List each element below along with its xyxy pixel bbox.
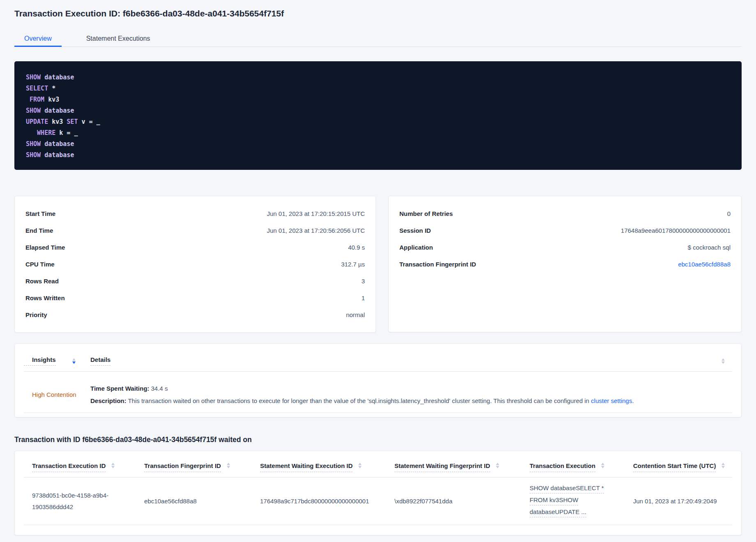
page-title: Transaction Execution ID: f6be6366-da03-… — [14, 8, 742, 19]
column-header-label: Transaction Execution ID — [32, 462, 106, 472]
rows-written-value: 1 — [362, 294, 365, 302]
transaction-fingerprint-link[interactable]: ebc10ae56cfd88a8 — [678, 260, 731, 269]
description-text: This transaction waited on other transac… — [128, 397, 591, 404]
summary-label: Transaction Fingerprint ID — [399, 260, 476, 269]
transaction-execution-link[interactable]: SHOW databaseSELECT * FROM kv3SHOW datab… — [530, 483, 617, 517]
column-header-transaction-execution[interactable]: Transaction Execution — [521, 462, 625, 472]
cluster-settings-link[interactable]: cluster settings — [591, 397, 632, 404]
rows-read-value: 3 — [362, 277, 365, 285]
sort-icon[interactable] — [358, 463, 362, 468]
summary-row: Rows Read 3 — [25, 273, 365, 290]
sort-icon[interactable] — [496, 463, 499, 468]
summary-cards-row: Start Time Jun 01, 2023 at 17:20:15:2015… — [14, 196, 742, 333]
time-spent-waiting: Time Spent Waiting: 34.4 s — [90, 384, 732, 393]
summary-row: Application $ cockroach sql — [399, 239, 731, 256]
tab-statement-executions[interactable]: Statement Executions — [76, 31, 160, 47]
transaction-fingerprint-id-cell: ebc10ae56cfd88a8 — [136, 496, 252, 507]
summary-row: Elapsed Time 40.9 s — [25, 239, 365, 256]
sort-icon[interactable] — [721, 463, 725, 468]
summary-label: Elapsed Time — [25, 243, 65, 252]
summary-row: Number of Retries 0 — [399, 205, 731, 222]
column-header-transaction-execution-id[interactable]: Transaction Execution ID — [24, 462, 136, 472]
summary-label: Application — [399, 243, 433, 252]
tab-bar: Overview Statement Executions — [14, 31, 742, 47]
column-header-transaction-fingerprint-id[interactable]: Transaction Fingerprint ID — [136, 462, 252, 472]
waited-on-table-card: Transaction Execution ID Transaction Fin… — [14, 451, 742, 535]
waited-on-heading: Transaction with ID f6be6366-da03-48de-a… — [14, 435, 742, 444]
summary-row: Priority normal — [25, 306, 365, 323]
execution-summary-card: Start Time Jun 01, 2023 at 17:20:15:2015… — [14, 196, 376, 333]
description-label: Description: — [90, 397, 127, 404]
column-header-details[interactable]: Details — [90, 356, 721, 366]
summary-row: Transaction Fingerprint ID ebc10ae56cfd8… — [399, 256, 731, 273]
contention-start-time-cell: Jun 01, 2023 at 17:20:49:2049 — [625, 496, 732, 507]
summary-label: Rows Written — [25, 294, 65, 302]
insight-type-badge: High Contention — [24, 391, 90, 398]
statement-waiting-fingerprint-id-cell: \xdb8922f077541dda — [386, 496, 521, 507]
time-spent-waiting-label: Time Spent Waiting: — [90, 385, 149, 392]
sort-icon[interactable] — [111, 463, 115, 468]
summary-label: Rows Read — [25, 277, 59, 285]
application-value: $ cockroach sql — [688, 243, 731, 252]
insights-table-header: Insights Details — [24, 344, 732, 372]
transaction-execution-line: FROM kv3SHOW — [530, 495, 578, 505]
cpu-time-value: 312.7 µs — [341, 260, 365, 269]
insight-details: Time Spent Waiting: 34.4 s Description: … — [90, 384, 732, 405]
summary-label: CPU Time — [25, 260, 55, 269]
sort-icon[interactable] — [721, 358, 725, 364]
priority-value: normal — [346, 310, 365, 319]
insights-header-sort[interactable] — [721, 358, 732, 364]
column-header-contention-start-time[interactable]: Contention Start Time (UTC) — [625, 462, 732, 472]
insights-table-card: Insights Details High Contention Time Sp… — [14, 343, 742, 417]
time-spent-waiting-value: 34.4 s — [151, 385, 168, 392]
start-time-value: Jun 01, 2023 at 17:20:15:2015 UTC — [267, 209, 365, 218]
summary-label: Priority — [25, 310, 47, 319]
page-content: Transaction Execution ID: f6be6366-da03-… — [0, 0, 756, 535]
column-header-label: Insights — [24, 356, 56, 366]
column-header-label: Statement Waiting Fingerprint ID — [394, 462, 490, 472]
tab-overview[interactable]: Overview — [14, 31, 62, 47]
sort-icon[interactable] — [601, 463, 604, 468]
transaction-execution-line: SHOW databaseSELECT * — [530, 483, 604, 493]
column-header-insights[interactable]: Insights — [24, 356, 90, 366]
summary-label: Start Time — [25, 209, 55, 218]
transaction-execution-id-cell: 9738d051-bc0e-4158-a9b4-1903586ddd42 — [24, 490, 136, 513]
summary-row: Start Time Jun 01, 2023 at 17:20:15:2015… — [25, 205, 365, 222]
insight-description: Description: This transaction waited on … — [90, 396, 732, 405]
column-header-statement-waiting-execution-id[interactable]: Statement Waiting Execution ID — [252, 462, 386, 472]
column-header-label: Details — [90, 356, 111, 366]
transaction-execution-line: databaseUPDATE ... — [530, 507, 586, 517]
elapsed-time-value: 40.9 s — [348, 243, 365, 252]
table-row: 9738d051-bc0e-4158-a9b4-1903586ddd42 ebc… — [24, 477, 732, 525]
sort-icon[interactable] — [72, 358, 76, 364]
summary-row: Rows Written 1 — [25, 290, 365, 306]
end-time-value: Jun 01, 2023 at 17:20:56:2056 UTC — [267, 226, 365, 235]
sort-icon[interactable] — [227, 463, 230, 468]
session-summary-card: Number of Retries 0 Session ID 17648a9ee… — [388, 196, 742, 332]
transaction-execution-cell: SHOW databaseSELECT * FROM kv3SHOW datab… — [521, 483, 625, 519]
insight-row: High Contention Time Spent Waiting: 34.4… — [24, 372, 732, 413]
summary-row: End Time Jun 01, 2023 at 17:20:56:2056 U… — [25, 222, 365, 239]
column-header-label: Statement Waiting Execution ID — [260, 462, 353, 472]
summary-label: Session ID — [399, 226, 431, 235]
sql-statements: SHOW databaseSELECT * FROM kv3SHOW datab… — [14, 61, 742, 170]
summary-row: CPU Time 312.7 µs — [25, 256, 365, 273]
column-header-label: Contention Start Time (UTC) — [633, 462, 716, 472]
description-suffix: . — [632, 397, 634, 404]
column-header-label: Transaction Execution — [530, 462, 595, 472]
number-of-retries-value: 0 — [727, 209, 731, 218]
session-id-value: 17648a9eea6017800000000000000001 — [621, 226, 731, 235]
statement-waiting-execution-id-cell: 176498a9c717bdc80000000000000001 — [252, 496, 386, 507]
column-header-statement-waiting-fingerprint-id[interactable]: Statement Waiting Fingerprint ID — [386, 462, 521, 472]
column-header-label: Transaction Fingerprint ID — [144, 462, 221, 472]
summary-label: End Time — [25, 226, 53, 235]
waited-on-table-header: Transaction Execution ID Transaction Fin… — [24, 451, 732, 477]
summary-label: Number of Retries — [399, 209, 453, 218]
summary-row: Session ID 17648a9eea6017800000000000000… — [399, 222, 731, 239]
